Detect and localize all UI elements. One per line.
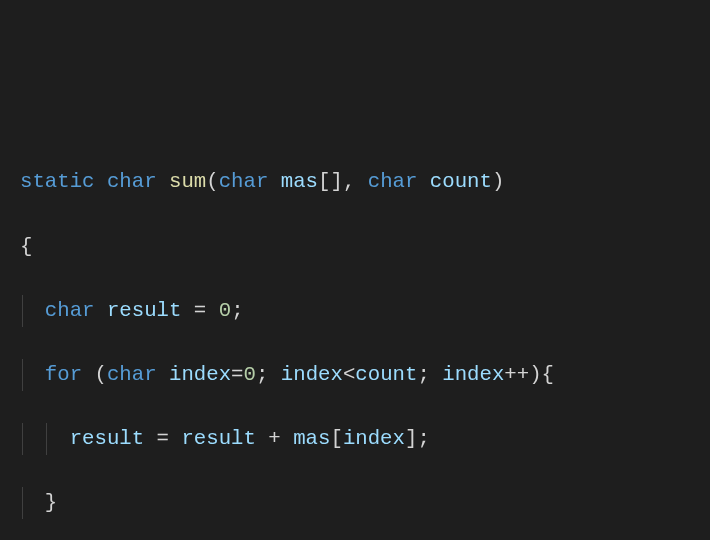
bracket-close: ]	[405, 427, 417, 450]
operator-eq: =	[194, 299, 206, 322]
code-editor[interactable]: static char sum(char mas[], char count) …	[0, 134, 710, 540]
code-line[interactable]: }	[0, 487, 710, 519]
brace-close: }	[45, 491, 57, 514]
var-result: result	[181, 427, 256, 450]
var-result: result	[107, 299, 182, 322]
paren-close: )	[492, 170, 504, 193]
var-index: index	[281, 363, 343, 386]
code-line[interactable]: for (char index=0; index<count; index++)…	[0, 359, 710, 391]
semicolon: ;	[231, 299, 243, 322]
code-line[interactable]: static char sum(char mas[], char count)	[0, 166, 710, 198]
var-index: index	[169, 363, 231, 386]
var-index: index	[343, 427, 405, 450]
semicolon: ;	[417, 427, 429, 450]
keyword-char: char	[368, 170, 418, 193]
indent-guide	[22, 423, 23, 455]
param-mas: mas	[281, 170, 318, 193]
bracket-open: [	[318, 170, 330, 193]
paren-open: (	[206, 170, 218, 193]
keyword-char: char	[107, 363, 157, 386]
operator-plus: +	[268, 427, 280, 450]
operator-eq: =	[157, 427, 169, 450]
operator-lt: <	[343, 363, 355, 386]
indent-guide	[22, 295, 23, 327]
bracket-close: ]	[330, 170, 342, 193]
keyword-char: char	[107, 170, 157, 193]
var-mas: mas	[293, 427, 330, 450]
keyword-char: char	[219, 170, 269, 193]
keyword-static: static	[20, 170, 95, 193]
indent-guide	[46, 423, 47, 455]
indent-guide	[22, 487, 23, 519]
comma: ,	[343, 170, 355, 193]
code-line[interactable]: {	[0, 231, 710, 263]
indent-guide	[22, 359, 23, 391]
operator-inc: ++	[504, 363, 529, 386]
number-literal: 0	[219, 299, 231, 322]
semicolon: ;	[417, 363, 429, 386]
keyword-char: char	[45, 299, 95, 322]
code-line[interactable]: char result = 0;	[0, 295, 710, 327]
param-count: count	[430, 170, 492, 193]
paren-close: )	[529, 363, 541, 386]
var-result: result	[70, 427, 145, 450]
keyword-for: for	[45, 363, 82, 386]
number-literal: 0	[244, 363, 256, 386]
brace-open: {	[20, 235, 32, 258]
var-index: index	[442, 363, 504, 386]
function-sum: sum	[169, 170, 206, 193]
operator-eq: =	[231, 363, 243, 386]
code-line[interactable]: result = result + mas[index];	[0, 423, 710, 455]
brace-open: {	[542, 363, 554, 386]
var-count: count	[355, 363, 417, 386]
paren-open: (	[95, 363, 107, 386]
semicolon: ;	[256, 363, 268, 386]
bracket-open: [	[330, 427, 342, 450]
